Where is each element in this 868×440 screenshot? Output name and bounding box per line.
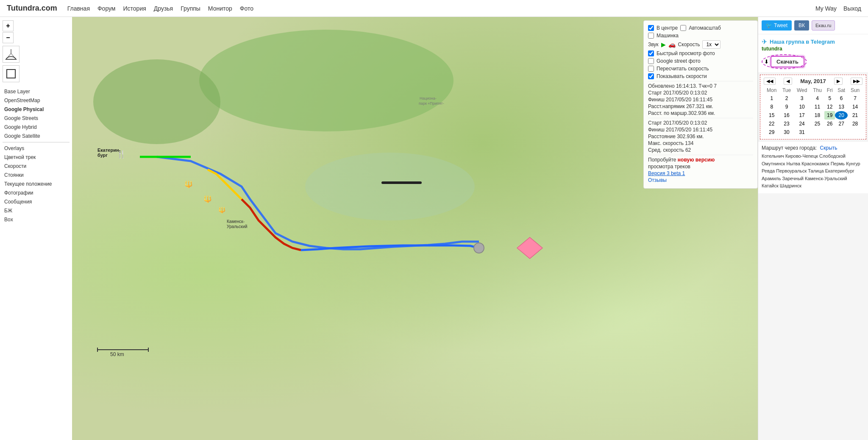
- cal-day-17[interactable]: 17: [794, 111, 810, 120]
- cal-day-29[interactable]: 29: [764, 128, 779, 136]
- layer-item-ghybrid[interactable]: Google Hybrid: [3, 123, 70, 131]
- cal-day-27[interactable]: 27: [835, 120, 848, 128]
- layer-item-gsat[interactable]: Google Satellite: [3, 132, 70, 140]
- layer-item-speeds[interactable]: Скорости: [3, 162, 70, 170]
- nav-monitor[interactable]: Монитор: [208, 5, 232, 12]
- play-button[interactable]: ▶: [661, 41, 666, 48]
- cal-day-11[interactable]: 11: [810, 103, 825, 111]
- route-info-section: Маршрут через города: Скрыть Котельнич К…: [758, 141, 868, 193]
- stat-finish2: Финиш 2017/05/20 16:11:45: [648, 127, 753, 133]
- cal-prev-prev-button[interactable]: ◀◀: [764, 78, 776, 85]
- svg-rect-3: [7, 70, 15, 78]
- cal-day-empty-4-5: [835, 128, 848, 136]
- sound-row: Звук ▶ 🚗 Скорость 1x 2x 4x: [648, 40, 753, 49]
- autoscale-checkbox[interactable]: [680, 25, 686, 31]
- tweet-button[interactable]: 🐦 Tweet: [762, 20, 792, 31]
- layer-item-photos[interactable]: Фотографии: [3, 189, 70, 197]
- machine-row: Машинка: [648, 33, 753, 39]
- nav-groups[interactable]: Группы: [181, 5, 200, 12]
- nav-home[interactable]: Главная: [67, 5, 90, 12]
- cal-day-4[interactable]: 4: [810, 94, 825, 103]
- stat-finish1: Финиш 2017/05/20 16:11:45: [648, 97, 753, 103]
- layer-item-gphys[interactable]: Google Physical: [3, 105, 70, 114]
- version-link[interactable]: Версия 3 beta 1: [648, 170, 685, 176]
- map-controls: + −: [0, 17, 72, 86]
- layer-item-osm[interactable]: OpenStreetMap: [3, 96, 70, 105]
- layer-item-base[interactable]: Base Layer: [3, 87, 70, 96]
- stat-dist-route: Расст. по маршр.302.936 км.: [648, 110, 753, 116]
- layer-item-overlays[interactable]: Overlays: [3, 144, 70, 153]
- route-hide-link[interactable]: Скрыть: [820, 145, 837, 151]
- machine-checkbox[interactable]: [648, 33, 654, 39]
- cal-day-9[interactable]: 9: [779, 103, 793, 111]
- zoom-in-button[interactable]: +: [3, 20, 14, 31]
- cal-day-16[interactable]: 16: [779, 111, 793, 120]
- fast-preview-checkbox[interactable]: [648, 50, 654, 56]
- cal-day-2[interactable]: 2: [779, 94, 793, 103]
- cal-day-25[interactable]: 25: [810, 120, 825, 128]
- cal-day-28[interactable]: 28: [848, 120, 862, 128]
- download-button[interactable]: Скачать: [771, 56, 804, 67]
- google-street-checkbox[interactable]: [648, 58, 654, 64]
- cal-day-5[interactable]: 5: [824, 94, 835, 103]
- cal-day-24[interactable]: 24: [794, 120, 810, 128]
- show-speeds-checkbox[interactable]: [648, 73, 654, 79]
- new-version-link[interactable]: новую версию: [678, 157, 715, 163]
- speed-select[interactable]: 1x 2x 4x: [702, 40, 721, 49]
- nav-forum[interactable]: Форум: [97, 5, 116, 12]
- cal-prev-button[interactable]: ◀: [784, 78, 792, 85]
- header-myway[interactable]: My Way: [815, 5, 837, 12]
- calendar-nav: ◀◀ ◀ May, 2017 ▶ ▶▶: [764, 78, 862, 85]
- cal-day-18[interactable]: 18: [810, 111, 825, 120]
- cal-day-23[interactable]: 23: [779, 120, 793, 128]
- cal-day-8[interactable]: 8: [764, 103, 779, 111]
- try-text: Попробуйте: [648, 157, 678, 163]
- calendar-title: May, 2017: [800, 78, 826, 84]
- nav-friends[interactable]: Друзья: [154, 5, 173, 12]
- cal-day-31[interactable]: 31: [794, 128, 810, 136]
- recalc-checkbox[interactable]: [648, 66, 654, 72]
- layer-item-bj[interactable]: БЖ: [3, 206, 70, 215]
- show-speeds-row: Показывать скорости: [648, 73, 753, 79]
- vk-button[interactable]: ВК: [794, 20, 809, 31]
- nav-history[interactable]: История: [123, 5, 146, 12]
- cal-day-19[interactable]: 19: [824, 111, 835, 120]
- layer-item-current[interactable]: Текущее положение: [3, 180, 70, 188]
- zoom-out-button[interactable]: −: [3, 32, 14, 43]
- cal-day-21[interactable]: 21: [848, 111, 862, 120]
- layer-item-box[interactable]: Box: [3, 215, 70, 224]
- cal-next-next-button[interactable]: ▶▶: [851, 78, 862, 85]
- cal-day-3[interactable]: 3: [794, 94, 810, 103]
- cal-day-6[interactable]: 6: [835, 94, 848, 103]
- autoscale-label: Автомасштаб: [689, 25, 721, 31]
- layer-item-stops[interactable]: Стоянки: [3, 171, 70, 179]
- cal-next-button[interactable]: ▶: [834, 78, 843, 85]
- route-cities: Котельнич Кирово-Чепецк Слободской Омутн…: [762, 153, 865, 190]
- header-logout[interactable]: Выход: [843, 5, 861, 12]
- eka-button[interactable]: Екаu.ru: [812, 20, 835, 31]
- svg-text:Екатерин-: Екатерин-: [97, 148, 121, 153]
- layer-item-gstreets[interactable]: Google Streets: [3, 114, 70, 123]
- cal-day-14[interactable]: 14: [848, 103, 862, 111]
- layer-item-colortrack[interactable]: Цветной трек: [3, 153, 70, 162]
- center-checkbox[interactable]: [648, 25, 654, 31]
- map-area[interactable]: 🍴 🔱 🔱 🔱 Екатерин- бург Каменск- Уральски…: [72, 17, 758, 440]
- cal-day-15[interactable]: 15: [764, 111, 779, 120]
- cal-day-7[interactable]: 7: [848, 94, 862, 103]
- cal-day-1[interactable]: 1: [764, 94, 779, 103]
- layer-item-messages[interactable]: Сообщения: [3, 198, 70, 206]
- nav-photo[interactable]: Фото: [240, 5, 253, 12]
- feedback-link[interactable]: Отзывы: [648, 177, 667, 183]
- vk-label: ВК: [798, 22, 805, 28]
- cal-day-10[interactable]: 10: [794, 103, 810, 111]
- cal-day-22[interactable]: 22: [764, 120, 779, 128]
- sound-label: Звук: [648, 42, 659, 47]
- cal-day-13[interactable]: 13: [835, 103, 848, 111]
- cal-day-20[interactable]: 20: [835, 111, 848, 120]
- cal-dow-thu: Thu: [810, 86, 825, 94]
- cal-day-26[interactable]: 26: [824, 120, 835, 128]
- cal-day-12[interactable]: 12: [824, 103, 835, 111]
- route-info-title: Маршрут через города: Скрыть: [762, 145, 865, 151]
- cal-day-30[interactable]: 30: [779, 128, 793, 136]
- route-info-label: Маршрут через города:: [762, 145, 817, 151]
